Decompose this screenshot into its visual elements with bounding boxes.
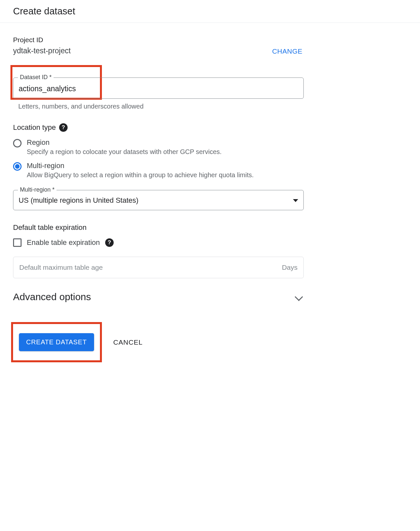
radio-region[interactable]: Region Specify a region to colocate your… (13, 138, 407, 156)
help-icon[interactable]: ? (105, 238, 114, 247)
dataset-id-helper: Letters, numbers, and underscores allowe… (18, 103, 407, 110)
project-id-value: ydtak-test-project (13, 46, 71, 55)
page-title: Create dataset (13, 6, 407, 17)
max-table-age-unit: Days (282, 264, 298, 271)
chevron-down-icon (295, 293, 303, 301)
dataset-id-field[interactable]: Dataset ID * (13, 77, 304, 99)
highlight-create-button: CREATE DATASET (11, 322, 102, 362)
cancel-button[interactable]: CANCEL (113, 338, 143, 346)
help-icon[interactable]: ? (59, 123, 68, 132)
project-id-label: Project ID (13, 36, 71, 44)
radio-region-control[interactable] (13, 139, 22, 147)
radio-multiregion-control[interactable] (13, 162, 22, 171)
max-table-age-field: Default maximum table age Days (13, 257, 304, 278)
multi-region-select-value: US (multiple regions in United States) (19, 196, 138, 205)
multi-region-select[interactable]: Multi-region * US (multiple regions in U… (13, 190, 304, 210)
dataset-id-input[interactable] (19, 84, 298, 93)
enable-expiration-label: Enable table expiration (27, 238, 100, 247)
radio-region-desc: Specify a region to colocate your datase… (27, 148, 222, 156)
radio-region-label: Region (27, 138, 222, 147)
location-type-label: Location type (13, 123, 56, 132)
max-table-age-placeholder: Default maximum table age (19, 264, 103, 271)
radio-multiregion-label: Multi-region (27, 162, 254, 170)
radio-multiregion-desc: Allow BigQuery to select a region within… (27, 171, 254, 179)
expiration-title: Default table expiration (13, 223, 87, 232)
multi-region-select-label: Multi-region * (18, 186, 57, 193)
advanced-options-toggle[interactable]: Advanced options (13, 291, 304, 302)
enable-expiration-checkbox[interactable] (13, 238, 22, 247)
change-project-button[interactable]: CHANGE (272, 47, 407, 55)
chevron-down-icon (293, 199, 298, 202)
create-dataset-button[interactable]: CREATE DATASET (19, 333, 94, 351)
advanced-options-label: Advanced options (13, 291, 91, 302)
radio-multiregion[interactable]: Multi-region Allow BigQuery to select a … (13, 162, 407, 179)
dataset-id-label: Dataset ID * (18, 74, 54, 81)
